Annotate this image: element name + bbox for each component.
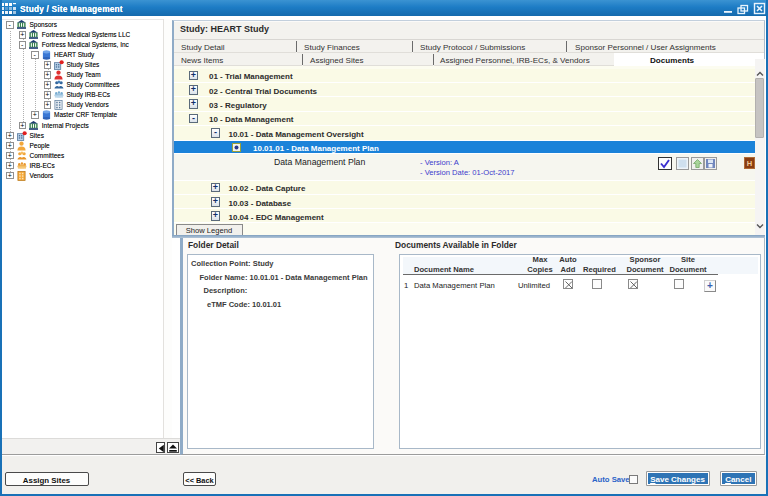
svg-text:H: H <box>747 159 752 168</box>
